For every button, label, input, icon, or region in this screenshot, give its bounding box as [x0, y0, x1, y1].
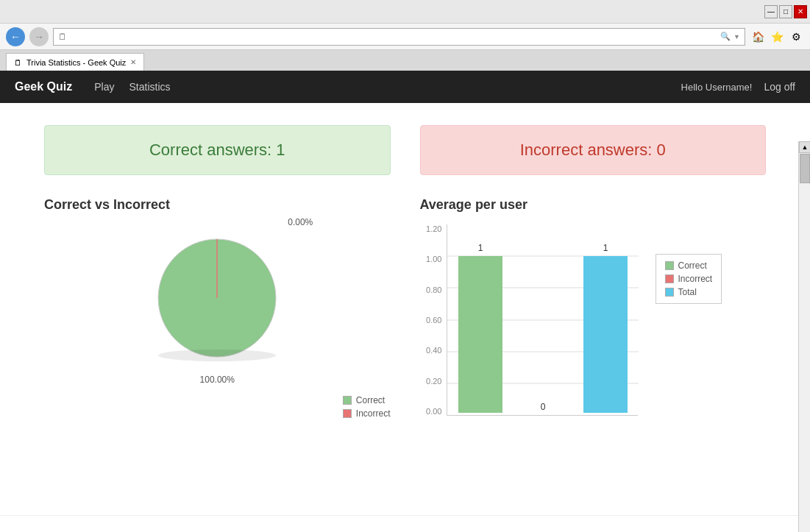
nav-play[interactable]: Play: [94, 81, 114, 93]
pie-chart-svg: [143, 224, 291, 372]
bar-chart-area: 1.20 1.00 0.80 0.60 0.40 0.20 0.00: [420, 224, 641, 430]
bars-svg: 1 0 1 Correct Incorrect Total: [447, 224, 639, 416]
app-nav: Geek Quiz Play Statistics Hello Username…: [0, 71, 810, 103]
browser-titlebar: — □ ✕: [0, 0, 810, 24]
window-controls: — □ ✕: [764, 5, 807, 18]
correct-stat-card: Correct answers: 1: [44, 125, 391, 175]
scrollbar[interactable]: ▲ ▼: [798, 141, 810, 532]
incorrect-stat-card: Incorrect answers: 0: [420, 125, 767, 175]
minimize-button[interactable]: —: [764, 5, 778, 18]
y-label-6: 1.20: [426, 224, 441, 233]
incorrect-stat-text: Incorrect answers: 0: [520, 141, 666, 159]
browser-toolbar-icons: 🏠 ⭐ ⚙: [750, 29, 804, 45]
bar-legend-total: Total: [665, 287, 713, 297]
bar-correct: [458, 256, 502, 413]
dropdown-icon: ▼: [733, 33, 740, 40]
address-bar: 🗒 http://localhost:20794/Home/Statistics…: [53, 28, 745, 46]
bar-chart-section: Average per user 1.20 1.00 0.80 0.60 0.4…: [420, 197, 767, 430]
y-label-3: 0.60: [426, 316, 441, 324]
bar-chart-legend: Correct Incorrect Total: [656, 254, 722, 304]
tab-title: Trivia Statistics - Geek Quiz: [26, 58, 126, 67]
active-tab[interactable]: 🗒 Trivia Statistics - Geek Quiz ✕: [6, 53, 144, 71]
bar-legend-incorrect: Incorrect: [665, 274, 713, 284]
back-button[interactable]: ←: [6, 27, 25, 46]
pie-chart-container: 0.00% 100.00%: [44, 224, 391, 419]
maximize-button[interactable]: □: [779, 5, 792, 18]
nav-user: Hello Username!: [681, 82, 753, 93]
page-icon: 🗒: [58, 32, 67, 42]
settings-button[interactable]: ⚙: [788, 29, 804, 45]
scroll-thumb[interactable]: [800, 154, 810, 183]
search-icon: 🔍: [720, 32, 731, 41]
tab-icon: 🗒: [14, 58, 22, 67]
footer: © 2014 - Geek Quiz: [0, 515, 810, 532]
incorrect-legend-dot: [343, 409, 352, 418]
tab-close-icon[interactable]: ✕: [130, 58, 136, 66]
pie-legend-correct: Correct: [343, 395, 391, 405]
nav-right: Hello Username! Log off: [681, 81, 795, 93]
y-label-0: 0.00: [426, 407, 441, 416]
url-input[interactable]: http://localhost:20794/Home/Statistics: [70, 32, 717, 42]
nav-logoff[interactable]: Log off: [764, 81, 795, 93]
pie-chart-section: Correct vs Incorrect 0.00%: [44, 197, 391, 419]
stats-cards: Correct answers: 1 Incorrect answers: 0: [44, 125, 766, 175]
bar-legend-correct: Correct: [665, 260, 713, 271]
browser-toolbar: ← → 🗒 http://localhost:20794/Home/Statis…: [0, 24, 810, 50]
bar-chart-wrapper: 1.20 1.00 0.80 0.60 0.40 0.20 0.00: [420, 224, 767, 430]
bar-total-label: Total: [678, 287, 697, 297]
y-label-1: 0.20: [426, 377, 441, 386]
y-label-5: 1.00: [426, 255, 441, 263]
y-label-2: 0.40: [426, 346, 441, 355]
scroll-up-arrow[interactable]: ▲: [799, 141, 810, 153]
bar-correct-value-label: 1: [477, 243, 483, 253]
bar-incorrect-dot: [665, 274, 674, 283]
pie-correct-pct-label: 100.00%: [200, 375, 235, 385]
pie-incorrect-pct-label: 0.00%: [288, 217, 313, 227]
pie-legend-incorrect: Incorrect: [343, 408, 391, 419]
correct-legend-label: Correct: [356, 395, 385, 405]
close-button[interactable]: ✕: [794, 5, 807, 18]
tabs-bar: 🗒 Trivia Statistics - Geek Quiz ✕: [0, 50, 810, 71]
correct-legend-dot: [343, 396, 352, 405]
incorrect-legend-label: Incorrect: [356, 408, 391, 419]
svg-point-2: [158, 350, 276, 361]
home-button[interactable]: 🏠: [750, 29, 766, 45]
y-label-4: 0.80: [426, 285, 441, 294]
bars-area: 1 0 1 Correct Incorrect Total: [447, 224, 638, 416]
correct-stat-text: Correct answers: 1: [149, 141, 285, 159]
y-axis: 1.20 1.00 0.80 0.60 0.40 0.20 0.00: [420, 224, 447, 416]
charts-row: Correct vs Incorrect 0.00%: [44, 197, 766, 430]
bar-incorrect-value-label: 0: [540, 402, 545, 412]
nav-brand[interactable]: Geek Quiz: [15, 80, 72, 93]
bar-chart-title: Average per user: [420, 197, 767, 213]
bar-incorrect-label: Incorrect: [678, 274, 713, 284]
nav-statistics[interactable]: Statistics: [129, 81, 170, 93]
bar-total-dot: [665, 288, 674, 297]
bar-total-value-label: 1: [603, 243, 608, 253]
pie-chart-title: Correct vs Incorrect: [44, 197, 391, 213]
forward-button[interactable]: →: [29, 27, 49, 46]
favorites-button[interactable]: ⭐: [769, 29, 785, 45]
bar-total: [583, 256, 628, 413]
bar-correct-label: Correct: [678, 260, 707, 271]
bar-correct-dot: [665, 261, 674, 270]
main-content: Correct answers: 1 Incorrect answers: 0 …: [0, 103, 810, 515]
